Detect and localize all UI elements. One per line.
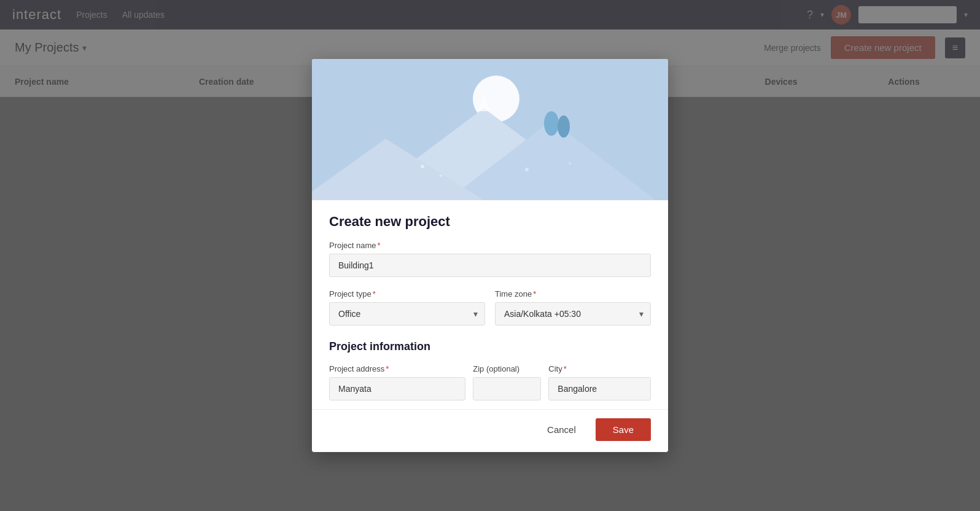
address-group: Project address* [329, 364, 465, 400]
project-type-group: Project type* Office [329, 289, 485, 326]
create-project-modal: Create new project Project name* Project… [312, 59, 668, 452]
cancel-button[interactable]: Cancel [537, 419, 586, 440]
project-name-label: Project name* [329, 241, 651, 250]
project-type-label: Project type* [329, 289, 485, 298]
modal-content: Create new project Project name* Project… [312, 200, 668, 409]
city-label: City* [548, 364, 651, 373]
city-group: City* [548, 364, 651, 400]
modal-overlay[interactable]: Create new project Project name* Project… [0, 0, 980, 511]
timezone-label: Time zone* [495, 289, 651, 298]
timezone-select-wrapper: Asia/Kolkata +05:30 [495, 302, 651, 326]
svg-point-6 [558, 115, 570, 138]
save-button[interactable]: Save [596, 418, 651, 441]
zip-group: Zip (optional) [473, 364, 541, 400]
address-row: Project address* Zip (optional) City* [329, 364, 651, 409]
zip-label: Zip (optional) [473, 364, 541, 373]
modal-footer: Cancel Save [312, 409, 668, 452]
address-input[interactable] [329, 377, 465, 400]
project-type-select[interactable]: Office [329, 302, 485, 326]
address-label: Project address* [329, 364, 465, 373]
svg-point-10 [525, 168, 529, 171]
type-timezone-row: Project type* Office Time zone* Asia/ [329, 289, 651, 338]
svg-point-5 [544, 111, 559, 136]
project-type-select-wrapper: Office [329, 302, 485, 326]
modal-illustration [312, 59, 668, 200]
timezone-group: Time zone* Asia/Kolkata +05:30 [495, 289, 651, 326]
svg-point-9 [440, 174, 442, 177]
svg-point-8 [421, 165, 424, 168]
svg-point-11 [569, 162, 571, 165]
project-name-input[interactable] [329, 254, 651, 277]
timezone-select[interactable]: Asia/Kolkata +05:30 [495, 302, 651, 326]
modal-title: Create new project [329, 200, 651, 241]
project-name-group: Project name* [329, 241, 651, 277]
zip-input[interactable] [473, 377, 541, 400]
city-input[interactable] [548, 377, 651, 400]
section-title-info: Project information [329, 338, 651, 353]
